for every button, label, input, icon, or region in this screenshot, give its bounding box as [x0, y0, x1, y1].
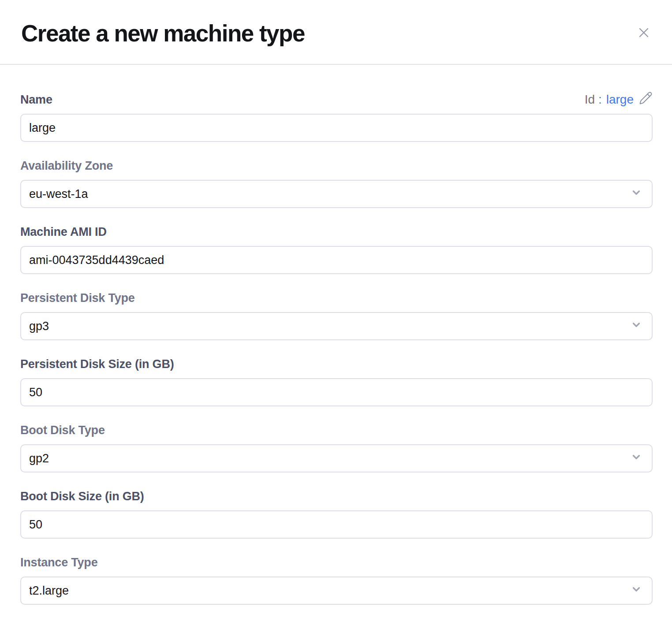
chevron-down-icon [631, 584, 642, 598]
persistent-disk-size-label: Persistent Disk Size (in GB) [20, 357, 174, 371]
dialog-body: Name Id : large Availability Zone eu-wes… [0, 65, 672, 605]
selected-value: eu-west-1a [29, 187, 88, 201]
edit-pencil-icon[interactable] [639, 91, 653, 108]
boot-disk-type-select[interactable]: gp2 [20, 444, 653, 472]
persistent-disk-type-select[interactable]: gp3 [20, 312, 653, 340]
instance-type-label: Instance Type [20, 556, 97, 569]
create-machine-type-dialog: Create a new machine type Name Id : larg… [0, 0, 672, 605]
selected-value: gp3 [29, 320, 49, 333]
dialog-header: Create a new machine type [0, 0, 672, 65]
close-icon [636, 25, 652, 42]
name-label: Name [20, 93, 52, 107]
field-availability-zone: Availability Zone eu-west-1a [20, 158, 653, 208]
id-editor[interactable]: Id : large [585, 91, 653, 108]
id-value[interactable]: large [606, 93, 634, 107]
boot-disk-size-input[interactable] [20, 510, 653, 539]
field-name: Name Id : large [20, 92, 653, 142]
chevron-down-icon [631, 451, 642, 466]
chevron-down-icon [631, 187, 642, 201]
field-machine-ami-id: Machine AMI ID [20, 224, 653, 274]
machine-ami-id-input[interactable] [20, 246, 653, 274]
field-boot-disk-size: Boot Disk Size (in GB) [20, 489, 653, 539]
field-instance-type: Instance Type t2.large [20, 555, 653, 605]
selected-value: gp2 [29, 452, 49, 465]
chevron-down-icon [631, 319, 642, 334]
availability-zone-select[interactable]: eu-west-1a [20, 180, 653, 208]
close-button[interactable] [633, 23, 654, 44]
dialog-title: Create a new machine type [21, 20, 305, 47]
persistent-disk-size-input[interactable] [20, 378, 653, 406]
selected-value: t2.large [29, 584, 69, 598]
field-persistent-disk-size: Persistent Disk Size (in GB) [20, 357, 653, 406]
instance-type-select[interactable]: t2.large [20, 577, 653, 605]
field-persistent-disk-type: Persistent Disk Type gp3 [20, 290, 653, 340]
boot-disk-size-label: Boot Disk Size (in GB) [20, 490, 144, 503]
availability-zone-label: Availability Zone [20, 159, 113, 173]
field-boot-disk-type: Boot Disk Type gp2 [20, 423, 653, 472]
id-prefix-label: Id : [585, 93, 602, 107]
persistent-disk-type-label: Persistent Disk Type [20, 291, 135, 305]
boot-disk-type-label: Boot Disk Type [20, 424, 105, 437]
name-input[interactable] [20, 114, 653, 142]
machine-ami-id-label: Machine AMI ID [20, 225, 107, 239]
